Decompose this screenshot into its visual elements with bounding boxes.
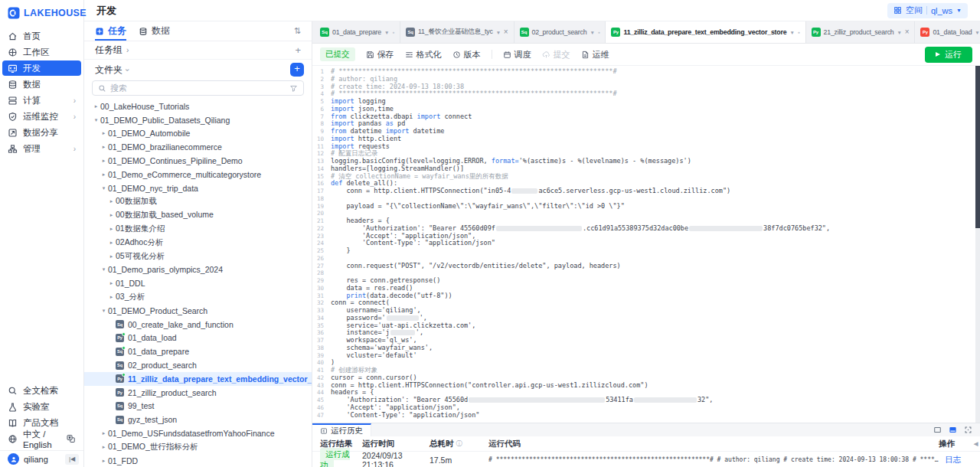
tree-file[interactable]: Sq01_data_prepare [84, 345, 312, 358]
expand-icon[interactable] [964, 426, 972, 434]
run-button[interactable]: 运行 [925, 47, 972, 63]
tree-folder[interactable]: ▸03_分析 [84, 290, 312, 304]
col-action: 操作 [934, 439, 974, 449]
sidebar-item-数据分享[interactable]: 数据分享 [2, 125, 81, 140]
close-icon[interactable]: × [504, 28, 508, 36]
chevron-right-icon: ▸ [100, 144, 108, 150]
chevron-right-icon: › [74, 145, 76, 153]
tab-run-history[interactable]: 运行历史 [312, 423, 371, 436]
code-token: http.client [354, 135, 401, 142]
code-text: vcluster='default' [331, 352, 417, 360]
tree-folder[interactable]: ▾01_DEMO_Product_Search [84, 304, 312, 318]
tree-folder[interactable]: ▸01_DDL [84, 276, 312, 290]
editor-tab[interactable]: Sq11_餐饮企业基础信息_tyc▼× [400, 21, 514, 43]
code-token: ', [420, 314, 427, 322]
tree-folder[interactable]: ▸02Adhoc分析 [84, 236, 312, 250]
editor-scrollbar-thumb[interactable] [975, 66, 980, 228]
panel-bottom-icon[interactable] [949, 426, 957, 434]
chevron-down-icon[interactable]: ▼ [897, 30, 902, 35]
sidebar-footer-search-icon[interactable]: 全文检索 [2, 383, 81, 398]
editor-tab[interactable]: Sq01_data_prepare▼● [315, 21, 400, 43]
tree-file[interactable]: Sqgyz_test_json [84, 413, 312, 426]
tab-tasks[interactable]: 任务 [95, 21, 126, 41]
sidebar-item-管理[interactable]: 管理› [2, 141, 81, 156]
editor-tab[interactable]: Py01_data_load▼× [915, 21, 980, 43]
app-window: LAKEHOUSE 首页工作区开发数据计算›运维监控›数据分享管理› 全文检索实… [0, 0, 980, 467]
log-link[interactable]: 日志 [945, 455, 961, 464]
tree-folder[interactable]: ▸01_Demo_eCommerce_multicategorystore [84, 168, 312, 181]
table-scroll-left-icon[interactable]: ◀ [974, 441, 980, 447]
collapse-sidebar-button[interactable]: |◀ [65, 454, 79, 465]
close-icon[interactable]: × [905, 28, 910, 36]
editor-scrollbar[interactable] [975, 66, 980, 423]
line-number: 36 [312, 329, 331, 337]
code-token: cursor = conn.cursor() [331, 374, 417, 381]
history-row[interactable]: 运行成功2024/09/13 21:13:1617.5m# **********… [312, 452, 980, 467]
submit-button[interactable]: 提交 [542, 49, 570, 60]
tree-file[interactable]: Sq99_test [84, 400, 312, 413]
search-input[interactable] [110, 83, 286, 93]
tree-folder[interactable]: ▸01_Demo_USFundsdatasetfromYahooFinance [84, 426, 312, 440]
workspace-selector[interactable]: 空间 ql_ws ▼ [887, 3, 968, 18]
sidebar-item-工作区[interactable]: 工作区 [2, 44, 81, 60]
editor-tab[interactable]: Sq02_product_search▼● [514, 21, 606, 43]
chevron-down-icon[interactable]: ▼ [975, 30, 979, 35]
code-token: 'Authorization': "Bearer 45560d [331, 396, 468, 403]
add-task-group-button[interactable]: + [295, 44, 301, 56]
tree-file[interactable]: Py01_data_load [84, 331, 312, 345]
sidebar-item-首页[interactable]: 首页 [2, 28, 81, 44]
sidebar-footer-globe-icon[interactable]: 中文 / English [2, 431, 81, 446]
filter-icon[interactable] [289, 84, 298, 93]
sidebar-item-开发[interactable]: 开发 [2, 60, 81, 76]
code-line: 10import http.client [312, 136, 974, 143]
sidebar-item-数据[interactable]: 数据 [2, 77, 81, 92]
tree-folder[interactable]: ▸01_FDD [84, 454, 312, 467]
user-row[interactable]: qiliang |◀ [0, 450, 83, 467]
code-editor[interactable]: 1# *************************************… [312, 66, 980, 423]
sidebar-item-运维监控[interactable]: 运维监控› [2, 109, 81, 124]
chevron-down-icon[interactable]: ▼ [384, 30, 389, 35]
schedule-button[interactable]: 调度 [503, 49, 531, 60]
format-button[interactable]: 格式化 [405, 49, 442, 60]
tab-data[interactable]: 数据 [139, 21, 170, 41]
code-token: as [386, 119, 394, 127]
line-number: 19 [312, 203, 331, 211]
tree-file[interactable]: Py11_zilliz_data_prepare_text_embedding_… [84, 372, 312, 386]
tree-folder[interactable]: ▾01_Demo_paris_olympics_2024 [84, 263, 312, 277]
tree-folder[interactable]: ▸01_DEMO_世行指标分析 [84, 440, 312, 454]
add-file-button[interactable]: + [290, 63, 304, 77]
chevron-down-icon: ▼ [956, 8, 962, 13]
tree-folder[interactable]: ▾01_DEMO_nyc_trip_data [84, 181, 312, 195]
tree-folder[interactable]: ▸00_LakeHouse_Tutorials [84, 100, 312, 113]
tree-folder[interactable]: ▸01_DEMO_Automobile [84, 127, 312, 141]
tree-file[interactable]: Sq00_create_lake_and_function [84, 318, 312, 331]
task-group-row[interactable]: 任务组 › + [84, 41, 312, 60]
line-number: 38 [312, 345, 331, 352]
editor-tab-label: 01_data_load [933, 28, 972, 36]
chevron-down-icon[interactable]: ▼ [590, 30, 594, 35]
chevron-down-icon[interactable]: ▼ [496, 30, 501, 35]
version-button[interactable]: 版本 [452, 49, 481, 60]
tree-folder[interactable]: ▸01数据集介绍 [84, 222, 312, 236]
sidebar-item-计算[interactable]: 计算› [2, 93, 81, 108]
sort-icon[interactable]: ⇅ [294, 26, 301, 36]
tree-folder[interactable]: ▸05可视化分析 [84, 250, 312, 263]
code-token: delete_all(): [342, 179, 397, 187]
ops-button[interactable]: 运维 [581, 49, 609, 60]
editor-tab[interactable]: Py21_zilliz_product_search▼× [806, 21, 916, 43]
save-button[interactable]: 保存 [366, 49, 394, 60]
tree-folder[interactable]: ▸00数据加载_based_volume [84, 208, 312, 222]
app-logo[interactable]: LAKEHOUSE [0, 0, 83, 24]
editor-tab[interactable]: Py11_zilliz_data_prepare_text_embedding_… [606, 21, 805, 43]
sidebar-footer-lab-icon[interactable]: 实验室 [2, 399, 81, 414]
chevron-down-icon[interactable]: ▼ [789, 30, 794, 35]
tree-folder[interactable]: ▸00数据加载 [84, 195, 312, 209]
tree-file[interactable]: Sq02_product_search [84, 358, 312, 372]
tree-file[interactable]: Py21_zilliz_product_search [84, 386, 312, 400]
tree-folder[interactable]: ▾01_DEMO_Public_Datasets_Qiliang [84, 113, 312, 127]
code-line: 43conn = http.client.HTTPSConnection("co… [312, 382, 974, 390]
panel-top-icon[interactable] [933, 426, 942, 434]
tree-folder[interactable]: ▸01_DEMO_brazilianecommerce [84, 140, 312, 154]
tree-folder[interactable]: ▸01_DEMO_Continues_Pipiline_Demo [84, 154, 312, 168]
folder-row[interactable]: 文件夹 › + [84, 60, 312, 80]
